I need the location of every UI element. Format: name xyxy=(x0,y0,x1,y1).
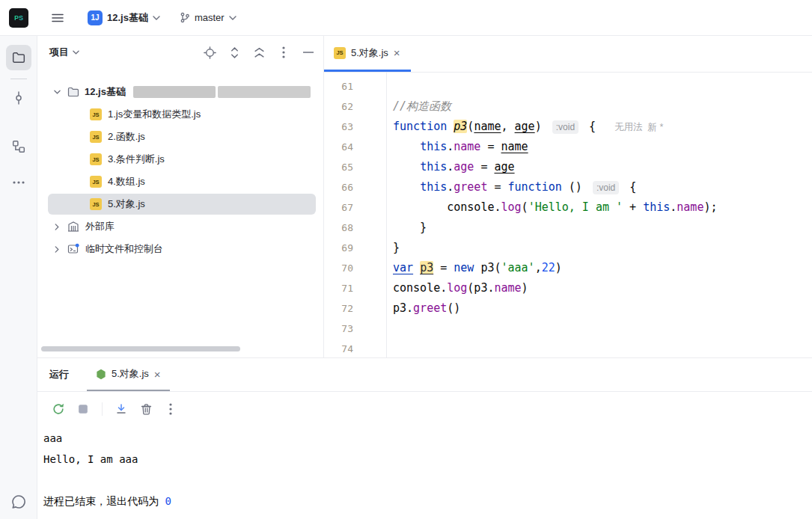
panel-options-icon[interactable] xyxy=(276,45,291,60)
run-tab-label: 5.对象.js xyxy=(112,367,149,381)
hide-panel-icon[interactable] xyxy=(301,45,316,60)
code-line[interactable] xyxy=(393,319,812,339)
line-number[interactable]: 66 xyxy=(324,177,386,197)
code-line[interactable] xyxy=(393,76,812,96)
line-number[interactable]: 64 xyxy=(324,137,386,157)
tree-row-file[interactable]: JS 4.数组.js xyxy=(37,171,323,193)
file-label: 1.js变量和数据类型.js xyxy=(108,108,201,121)
js-file-icon: JS xyxy=(90,131,102,143)
code-line[interactable]: this.greet = function () :void { xyxy=(393,177,812,197)
line-number[interactable]: 67 xyxy=(324,197,386,218)
tree-row-file[interactable]: JS 2.函数.js xyxy=(37,126,323,148)
branch-selector[interactable]: master xyxy=(174,8,242,27)
line-number[interactable]: 65 xyxy=(324,157,386,177)
tree-row-root[interactable]: 12.js基础 xyxy=(37,81,323,103)
clear-console-icon[interactable] xyxy=(135,399,156,420)
code-line[interactable]: console.log('Hello, I am ' + this.name); xyxy=(393,197,812,218)
run-tab[interactable]: 5.对象.js × xyxy=(87,358,170,391)
js-file-icon: JS xyxy=(90,198,102,210)
commit-tool-window-icon[interactable] xyxy=(6,85,31,111)
line-number[interactable]: 61 xyxy=(324,76,386,96)
code-line[interactable]: function p3(name, age) :void { 无用法 新 * xyxy=(393,117,812,137)
console-line: aaa xyxy=(43,428,812,449)
code-line[interactable]: p3.greet() xyxy=(393,298,812,319)
editor-area: JS 5.对象.js × 616263646566676869707172737… xyxy=(324,36,812,357)
run-panel: 运行 5.对象.js × xyxy=(37,357,812,519)
line-number[interactable]: 68 xyxy=(324,218,386,238)
chevron-down-icon xyxy=(73,50,79,55)
chevron-down-icon xyxy=(229,16,236,20)
line-number[interactable]: 70 xyxy=(324,258,386,278)
close-icon[interactable]: × xyxy=(154,369,161,380)
code-editor[interactable]: 6162636465666768697071727374 //构造函数funct… xyxy=(324,73,812,357)
stop-icon[interactable] xyxy=(73,399,94,420)
project-badge: 1J xyxy=(88,10,103,25)
project-selector[interactable]: 1J 12.js基础 xyxy=(82,7,166,29)
collapse-all-icon[interactable] xyxy=(251,45,266,60)
code-line[interactable]: } xyxy=(393,238,812,258)
line-number[interactable]: 74 xyxy=(324,339,386,357)
line-number[interactable]: 72 xyxy=(324,298,386,319)
redacted-path xyxy=(133,86,216,98)
tree-root-label: 12.js基础 xyxy=(85,85,126,99)
tree-row-file[interactable]: JS 1.js变量和数据类型.js xyxy=(37,103,323,126)
structure-tool-window-icon[interactable] xyxy=(6,134,31,159)
project-panel-title: 项目 xyxy=(49,46,69,59)
code-line[interactable]: var p3 = new p3('aaa',22) xyxy=(393,258,812,278)
rerun-icon[interactable] xyxy=(48,399,69,420)
exit-message: 进程已结束，退出代码为 xyxy=(43,495,165,507)
tree-row-file[interactable]: JS 3.条件判断.js xyxy=(37,148,323,171)
locate-file-icon[interactable] xyxy=(202,45,217,60)
redacted-path xyxy=(218,86,311,98)
activity-bar-divider xyxy=(10,79,27,79)
chevron-down-icon xyxy=(153,16,160,20)
ai-assistant-chat-icon[interactable] xyxy=(6,489,31,515)
chevron-right-icon[interactable] xyxy=(51,246,63,253)
nodejs-icon xyxy=(96,369,106,380)
js-file-icon: JS xyxy=(334,47,346,59)
console-options-icon[interactable] xyxy=(160,399,181,420)
editor-tab-label: 5.对象.js xyxy=(351,46,388,60)
run-toolbar xyxy=(37,392,812,426)
console[interactable]: aaaHello, I am aaa 进程已结束，退出代码为 0 xyxy=(37,426,812,512)
project-tool-window-icon[interactable] xyxy=(6,45,31,70)
git-branch-icon xyxy=(180,12,190,23)
ide-window: PS 1J 12.js基础 master xyxy=(0,0,812,519)
chevron-right-icon[interactable] xyxy=(51,224,63,230)
folder-icon xyxy=(67,86,79,98)
tree-row-scratches[interactable]: 临时文件和控制台 xyxy=(37,238,323,260)
tree-row-file-selected[interactable]: JS 5.对象.js xyxy=(37,193,323,215)
line-number[interactable]: 69 xyxy=(324,238,386,258)
line-number[interactable]: 62 xyxy=(324,96,386,117)
expand-collapse-icon[interactable] xyxy=(227,45,242,60)
scroll-to-end-icon[interactable] xyxy=(111,399,132,420)
file-label: 3.条件判断.js xyxy=(108,153,165,166)
editor-tab[interactable]: JS 5.对象.js × xyxy=(324,36,411,72)
line-number[interactable]: 71 xyxy=(324,278,386,298)
line-number[interactable]: 63 xyxy=(324,117,386,137)
editor-gutter[interactable]: 6162636465666768697071727374 xyxy=(324,73,387,357)
horizontal-scrollbar[interactable] xyxy=(41,346,240,351)
code-line[interactable]: this.name = name xyxy=(393,137,812,157)
exit-code: 0 xyxy=(165,495,171,507)
code-lines[interactable]: //构造函数function p3(name, age) :void { 无用法… xyxy=(387,73,812,357)
code-line[interactable] xyxy=(393,339,812,357)
chevron-down-icon[interactable] xyxy=(51,90,63,94)
line-number[interactable]: 73 xyxy=(324,319,386,339)
code-line[interactable]: //构造函数 xyxy=(393,96,812,117)
main-menu-icon[interactable] xyxy=(46,6,70,30)
code-line[interactable]: } xyxy=(393,218,812,238)
close-icon[interactable]: × xyxy=(394,47,400,58)
code-line[interactable]: console.log(p3.name) xyxy=(393,278,812,298)
project-panel-title-dropdown[interactable]: 项目 xyxy=(49,46,79,59)
app-logo-text: PS xyxy=(14,14,23,22)
tree-row-external-libraries[interactable]: 外部库 xyxy=(37,215,323,238)
more-tool-windows-icon[interactable] xyxy=(6,170,31,195)
run-tabrow: 运行 5.对象.js × xyxy=(37,358,812,392)
project-panel-toolbar xyxy=(202,45,316,60)
project-panel: 项目 xyxy=(37,36,324,357)
run-tool-window-title[interactable]: 运行 xyxy=(49,368,69,381)
code-line[interactable]: this.age = age xyxy=(393,157,812,177)
library-icon xyxy=(67,221,79,233)
toolbar-divider xyxy=(102,402,103,416)
